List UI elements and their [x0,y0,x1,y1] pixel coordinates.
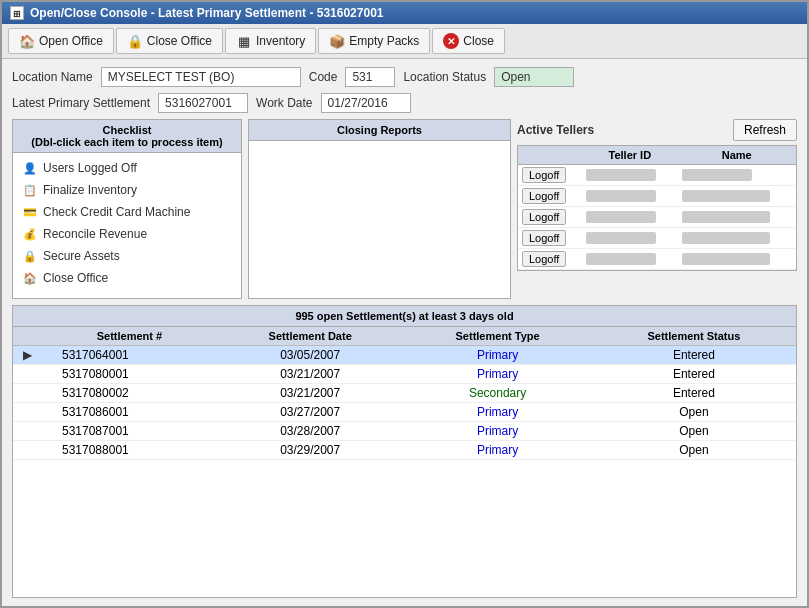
close-office-button[interactable]: 🔒 Close Office [116,28,223,54]
inventory-button[interactable]: ▦ Inventory [225,28,316,54]
checklist-item-1[interactable]: 📋 Finalize Inventory [17,179,237,201]
col-settlement-status: Settlement Status [592,327,796,346]
open-office-icon: 🏠 [19,33,35,49]
close-button[interactable]: ✕ Close [432,28,505,54]
logoff-btn-3[interactable]: Logoff [522,230,566,246]
teller-name-2: ███ ████████ [682,211,771,223]
settlements-table: Settlement # Settlement Date Settlement … [13,327,796,460]
checklist-item-4[interactable]: 🔒 Secure Assets [17,245,237,267]
checklist-icon-1: 📋 [21,181,39,199]
row-arrow-5 [13,441,42,460]
panels-row: Checklist (Dbl-click each item to proces… [12,119,797,299]
checklist-panel: Checklist (Dbl-click each item to proces… [12,119,242,299]
location-name-label: Location Name [12,70,93,84]
checklist-label-3: Reconcile Revenue [43,227,147,241]
settlement-status-3: Open [592,403,796,422]
open-office-button[interactable]: 🏠 Open Office [8,28,114,54]
logoff-btn-4[interactable]: Logoff [522,251,566,267]
row-arrow-2 [13,384,42,403]
settlement-date-0: 03/05/2007 [217,346,404,365]
checklist-header-line2: (Dbl-click each item to process item) [21,136,233,148]
col-settlement-num: Settlement # [42,327,217,346]
empty-packs-label: Empty Packs [349,34,419,48]
tellers-col-name: Name [678,146,796,165]
tellers-header-row: Active Tellers Refresh [517,119,797,141]
teller-id-4: ████████ [586,253,656,265]
form-row-2: Latest Primary Settlement 5316027001 Wor… [12,93,797,113]
col-arrow [13,327,42,346]
col-settlement-date: Settlement Date [217,327,404,346]
settlement-date-1: 03/21/2007 [217,365,404,384]
inventory-label: Inventory [256,34,305,48]
tellers-col-logoff [518,146,582,165]
code-value: 531 [345,67,395,87]
latest-settlement-label: Latest Primary Settlement [12,96,150,110]
work-date-value: 01/27/2016 [321,93,411,113]
settlement-row-1[interactable]: 5317080001 03/21/2007 Primary Entered [13,365,796,384]
checklist-item-3[interactable]: 💰 Reconcile Revenue [17,223,237,245]
settlement-row-4[interactable]: 5317087001 03/28/2007 Primary Open [13,422,796,441]
checklist-item-0[interactable]: 👤 Users Logged Off [17,157,237,179]
checklist-label-0: Users Logged Off [43,161,137,175]
checklist-icon-2: 💳 [21,203,39,221]
settlement-date-3: 03/27/2007 [217,403,404,422]
tellers-panel: Teller ID Name Logoff ████████ ████ ████… [517,145,797,271]
settlement-date-2: 03/21/2007 [217,384,404,403]
settlement-date-4: 03/28/2007 [217,422,404,441]
close-office-label: Close Office [147,34,212,48]
teller-name-4: ███ ████████ [682,253,771,265]
settlement-num-3: 5317086001 [42,403,217,422]
refresh-button[interactable]: Refresh [733,119,797,141]
checklist-header: Checklist (Dbl-click each item to proces… [13,120,241,153]
settlement-type-4: Primary [403,422,591,441]
form-row-1: Location Name MYSELECT TEST (BO) Code 53… [12,67,797,87]
settlement-status-5: Open [592,441,796,460]
window-icon: ⊞ [10,6,24,20]
location-status-value: Open [494,67,574,87]
settlement-num-1: 5317080001 [42,365,217,384]
checklist-item-2[interactable]: 💳 Check Credit Card Machine [17,201,237,223]
checklist-header-line1: Checklist [21,124,233,136]
logoff-btn-2[interactable]: Logoff [522,209,566,225]
checklist-label-1: Finalize Inventory [43,183,137,197]
tellers-table: Teller ID Name Logoff ████████ ████ ████… [518,146,796,270]
open-office-label: Open Office [39,34,103,48]
settlement-num-4: 5317087001 [42,422,217,441]
settlements-table-wrap[interactable]: Settlement # Settlement Date Settlement … [13,327,796,597]
row-arrow-4 [13,422,42,441]
empty-packs-icon: 📦 [329,33,345,49]
settlement-status-4: Open [592,422,796,441]
checklist-item-5[interactable]: 🏠 Close Office [17,267,237,289]
teller-id-0: ████████ [586,169,656,181]
logoff-btn-1[interactable]: Logoff [522,188,566,204]
close-label: Close [463,34,494,48]
settlements-header: 995 open Settlement(s) at least 3 days o… [13,306,796,327]
settlement-row-0[interactable]: ▶ 5317064001 03/05/2007 Primary Entered [13,346,796,365]
close-office-icon: 🔒 [127,33,143,49]
teller-id-2: ████████ [586,211,656,223]
settlement-type-0: Primary [403,346,591,365]
logoff-btn-0[interactable]: Logoff [522,167,566,183]
teller-row-2: Logoff ████████ ███ ████████ [518,207,796,228]
checklist-icon-0: 👤 [21,159,39,177]
settlement-row-3[interactable]: 5317086001 03/27/2007 Primary Open [13,403,796,422]
row-arrow-1 [13,365,42,384]
work-date-label: Work Date [256,96,312,110]
code-label: Code [309,70,338,84]
title-bar: ⊞ Open/Close Console - Latest Primary Se… [2,2,807,24]
settlement-type-1: Primary [403,365,591,384]
closing-reports-header: Closing Reports [249,120,510,141]
teller-row-1: Logoff ████████ ███ ████████ [518,186,796,207]
teller-id-3: ████████ [586,232,656,244]
settlement-row-5[interactable]: 5317088001 03/29/2007 Primary Open [13,441,796,460]
tellers-header-label: Active Tellers [517,123,594,137]
teller-row-4: Logoff ████████ ███ ████████ [518,249,796,270]
settlement-type-2: Secondary [403,384,591,403]
location-name-value: MYSELECT TEST (BO) [101,67,301,87]
settlement-status-0: Entered [592,346,796,365]
settlement-status-2: Entered [592,384,796,403]
empty-packs-button[interactable]: 📦 Empty Packs [318,28,430,54]
settlement-row-2[interactable]: 5317080002 03/21/2007 Secondary Entered [13,384,796,403]
content-area: Location Name MYSELECT TEST (BO) Code 53… [2,59,807,606]
window-title: Open/Close Console - Latest Primary Sett… [30,6,383,20]
